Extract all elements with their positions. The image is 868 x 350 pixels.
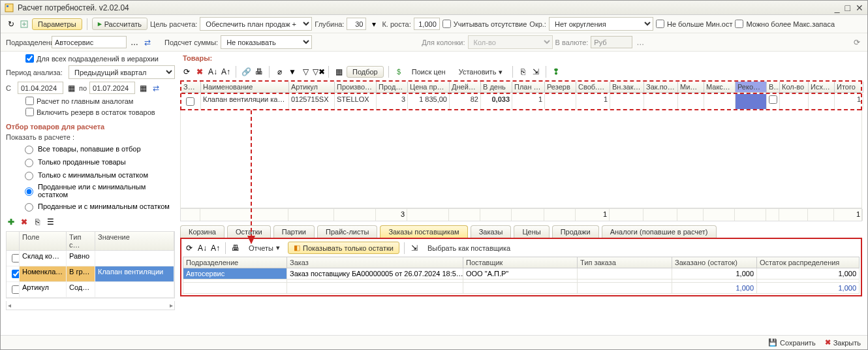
radio-sold-or-min[interactable]: Проданные или с минимальным остатком: [22, 183, 175, 199]
absence-checkbox[interactable]: Учитывать отсутствие: [442, 20, 527, 28]
row-checkbox[interactable]: [186, 97, 194, 106]
reload-icon[interactable]: ⟳: [852, 37, 862, 48]
close-window-button[interactable]: ✖Закрыть: [825, 338, 861, 347]
close-button[interactable]: ✕: [856, 3, 863, 13]
filter-row[interactable]: Артикул Соде…: [7, 282, 174, 298]
remove-filter-icon[interactable]: ✖: [19, 217, 29, 227]
calendar-icon[interactable]: ▦: [66, 83, 76, 93]
minimize-button[interactable]: _: [835, 3, 840, 13]
depth-stepper[interactable]: ▾: [369, 19, 379, 29]
radio-sold-and-min[interactable]: Проданные и с минимальным остатком: [22, 201, 175, 212]
col-sold[interactable]: Прода…: [377, 82, 408, 93]
col-src[interactable]: Исхо…: [809, 82, 835, 93]
col-days[interactable]: Дней…: [450, 82, 481, 93]
filter-off-icon[interactable]: ⌀: [274, 67, 285, 77]
tab-orders[interactable]: Заказы: [471, 225, 512, 238]
minstock-checkbox[interactable]: Не больше Мин.ост: [656, 20, 733, 28]
reserve-checkbox[interactable]: Включить резерв в остаток товаров: [25, 108, 175, 116]
growth-input[interactable]: [414, 18, 440, 30]
set-button[interactable]: Установить ▾: [454, 67, 508, 78]
all-subdiv-checkbox[interactable]: Для всех подразделений в иерархии: [25, 54, 175, 63]
filter-scrollbar[interactable]: ◂▸: [6, 301, 175, 310]
date-to-input[interactable]: [89, 82, 135, 94]
col-reserve[interactable]: Резерв: [545, 82, 576, 93]
subdiv-input[interactable]: [52, 36, 127, 48]
row-v-checkbox[interactable]: [769, 95, 777, 104]
col-recom[interactable]: Реком…: [736, 82, 767, 93]
pick-supplier-icon[interactable]: ⇲: [409, 243, 420, 253]
refresh-icon[interactable]: ↻: [6, 19, 16, 29]
col-art[interactable]: Артикул: [289, 82, 335, 93]
lower-print-icon[interactable]: 🖶: [230, 243, 241, 253]
params-button[interactable]: Параметры: [32, 18, 82, 30]
tab-stock[interactable]: Остатки: [227, 225, 271, 238]
filter-row[interactable]: Склад комп… Равно: [7, 251, 174, 266]
filter-col-value[interactable]: Значение: [95, 232, 174, 251]
round-select[interactable]: Нет округления: [549, 17, 653, 31]
add-filter-icon[interactable]: ✚: [6, 217, 16, 227]
table-row[interactable]: Клапан вентиляции кар… 0125715SX STELLOX…: [181, 93, 861, 110]
maxstock-checkbox[interactable]: Можно более Макс.запаса: [735, 20, 835, 28]
tab-pricelists[interactable]: Прайс-листы: [317, 225, 377, 238]
settings-filter-icon[interactable]: ☰: [45, 217, 55, 227]
col-name[interactable]: Наименование: [201, 82, 289, 93]
link-icon[interactable]: 🔗: [241, 67, 251, 77]
maximize-button[interactable]: □: [845, 3, 850, 13]
col-inorder[interactable]: Вн.зак…: [610, 82, 644, 93]
lcol-ordered[interactable]: Заказано (остаток): [672, 257, 757, 268]
table-icon[interactable]: ▦: [333, 67, 344, 77]
filter-on-icon[interactable]: ▼: [287, 67, 298, 77]
podbor-button[interactable]: Подбор: [347, 66, 384, 78]
export-icon[interactable]: [19, 19, 29, 29]
sort-desc-icon[interactable]: A↑: [221, 67, 231, 77]
tab-analogs[interactable]: Аналоги (попавшие в расчет): [602, 225, 717, 238]
radio-minstock[interactable]: Только с минимальным остатком: [22, 170, 175, 180]
funnel-icon[interactable]: ▽: [300, 67, 311, 77]
calendar-icon[interactable]: ▦: [138, 83, 148, 93]
only-rest-button[interactable]: ◧Показывать только остатки: [288, 242, 399, 254]
tab-basket[interactable]: Корзина: [180, 225, 225, 238]
col-qty[interactable]: Кол-во: [780, 82, 809, 93]
date-swap-icon[interactable]: ⇄: [151, 83, 161, 93]
reports-button[interactable]: Отчеты ▾: [243, 242, 285, 253]
main-analogs-checkbox[interactable]: Расчет по главным аналогам: [25, 97, 175, 105]
filter-col-type[interactable]: Тип с…: [67, 232, 95, 251]
grid-refresh-icon[interactable]: ⟳: [181, 67, 192, 77]
lcol-rest[interactable]: Остаток распределения: [757, 257, 860, 268]
grid-delete-icon[interactable]: ✖: [194, 67, 205, 77]
col-plan[interactable]: План п…: [512, 82, 545, 93]
col-min[interactable]: Ми…: [678, 82, 704, 93]
lcol-supplier[interactable]: Поставщик: [463, 257, 578, 268]
lcol-type[interactable]: Тип заказа: [578, 257, 672, 268]
money-icon[interactable]: ＄: [394, 67, 404, 77]
col-total[interactable]: Итого: [835, 82, 863, 93]
col-prod[interactable]: Производ…: [335, 82, 377, 93]
sum-select[interactable]: Не показывать: [221, 35, 312, 49]
radio-sold[interactable]: Только проданные товары: [22, 157, 175, 167]
checkmark-icon[interactable]: ❢: [551, 67, 561, 77]
copy-icon[interactable]: ⎘: [518, 67, 528, 77]
tab-supplier-orders[interactable]: Заказы поставщикам: [380, 225, 467, 238]
date-from-input[interactable]: [18, 82, 63, 94]
col-perday[interactable]: В день: [481, 82, 512, 93]
export-table-icon[interactable]: ⇲: [531, 67, 541, 77]
lower-sort-desc-icon[interactable]: A↑: [210, 243, 221, 253]
col-max[interactable]: Макс…: [704, 82, 736, 93]
lower-refresh-icon[interactable]: ⟳: [184, 243, 194, 253]
calculate-button[interactable]: ▸Рассчитать: [92, 18, 147, 30]
col-zak[interactable]: За…: [181, 82, 201, 93]
print-icon[interactable]: 🖶: [254, 67, 264, 77]
choose-supplier-button[interactable]: Выбрать как поставщика: [422, 243, 516, 253]
col-free[interactable]: Своб.о…: [576, 82, 610, 93]
lower-table-row[interactable]: Автосервис Заказ поставщику БА00000005 о…: [183, 268, 860, 279]
col-po[interactable]: Зак.по…: [644, 82, 678, 93]
tab-prices[interactable]: Цены: [514, 225, 549, 238]
lcol-subdiv[interactable]: Подразделение: [183, 257, 287, 268]
tab-batches[interactable]: Партии: [273, 225, 315, 238]
tab-sales[interactable]: Продажи: [552, 225, 599, 238]
goal-select[interactable]: Обеспечить план продаж + мин: [200, 17, 312, 31]
depth-input[interactable]: [347, 18, 366, 30]
save-button[interactable]: 💾Сохранить: [768, 338, 816, 347]
subdiv-swap-icon[interactable]: ⇄: [142, 37, 153, 48]
col-v[interactable]: В…: [767, 82, 780, 93]
